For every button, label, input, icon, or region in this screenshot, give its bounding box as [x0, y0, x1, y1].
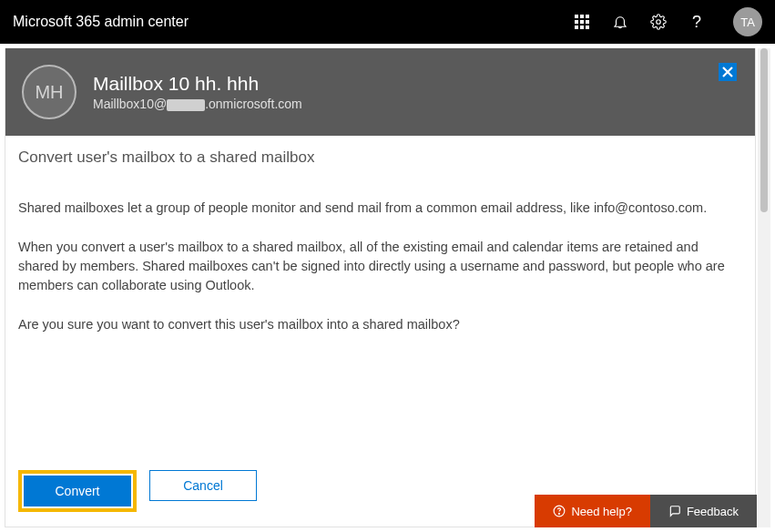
email-prefix: Maillbox10@ — [93, 97, 167, 111]
convert-highlight: Convert — [18, 470, 137, 512]
feedback-button[interactable]: Feedback — [650, 495, 757, 527]
paragraph-2: When you convert a user's mailbox to a s… — [18, 238, 742, 295]
mailbox-avatar: MH — [22, 65, 76, 119]
footer-bar: Need help? Feedback — [535, 495, 757, 527]
email-suffix: .onmicrosoft.com — [205, 97, 302, 111]
scrollbar[interactable] — [758, 48, 770, 527]
svg-rect-7 — [580, 26, 584, 29]
paragraph-3: Are you sure you want to convert this us… — [18, 315, 742, 334]
svg-rect-5 — [586, 20, 589, 24]
svg-point-9 — [657, 20, 661, 25]
app-launcher-icon[interactable] — [573, 13, 591, 31]
mailbox-email: Maillbox10@.onmicrosoft.com — [93, 97, 302, 111]
topbar: Microsoft 365 admin center ? TA — [0, 0, 775, 44]
svg-rect-8 — [586, 26, 589, 29]
panel-header: MH Maillbox 10 hh. hhh Maillbox10@.onmic… — [5, 48, 755, 136]
need-help-label: Need help? — [571, 505, 632, 518]
notifications-icon[interactable] — [611, 13, 629, 31]
need-help-button[interactable]: Need help? — [535, 495, 650, 527]
svg-rect-0 — [575, 15, 578, 18]
topbar-title: Microsoft 365 admin center — [13, 14, 573, 30]
help-icon[interactable]: ? — [688, 13, 706, 31]
svg-point-11 — [559, 513, 560, 514]
svg-rect-1 — [580, 15, 584, 18]
topbar-icons: ? TA — [573, 7, 762, 36]
mailbox-display-name: Maillbox 10 hh. hhh — [93, 73, 302, 95]
email-redacted — [167, 99, 205, 111]
close-icon[interactable] — [719, 63, 737, 81]
svg-rect-2 — [586, 15, 589, 18]
settings-icon[interactable] — [649, 13, 668, 31]
paragraph-1: Shared mailboxes let a group of people m… — [18, 199, 742, 218]
action-buttons: Convert Cancel — [18, 470, 257, 512]
panel-body: Convert user's mailbox to a shared mailb… — [5, 136, 755, 527]
section-title: Convert user's mailbox to a shared mailb… — [18, 147, 742, 169]
feedback-label: Feedback — [687, 505, 739, 518]
dialog-panel: MH Maillbox 10 hh. hhh Maillbox10@.onmic… — [5, 48, 756, 527]
svg-rect-3 — [575, 20, 578, 24]
scrollbar-thumb[interactable] — [760, 48, 768, 212]
user-avatar[interactable]: TA — [733, 7, 762, 36]
svg-rect-4 — [580, 20, 584, 24]
cancel-button[interactable]: Cancel — [149, 470, 257, 501]
svg-rect-6 — [575, 26, 578, 29]
convert-button[interactable]: Convert — [24, 476, 131, 506]
